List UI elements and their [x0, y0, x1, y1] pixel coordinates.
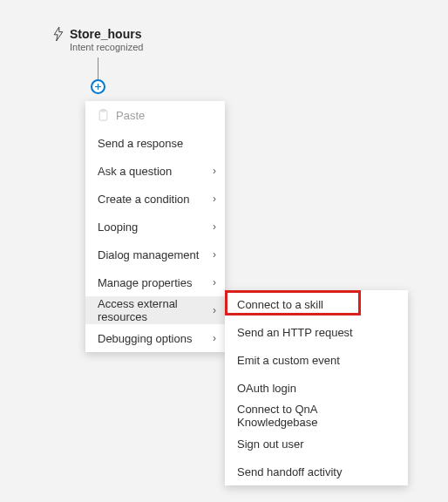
menu-item-label: Dialog management — [98, 248, 199, 261]
submenu-item[interactable]: Connect to a skill — [225, 290, 408, 318]
chevron-right-icon: › — [213, 165, 216, 177]
submenu-external-resources: Connect to a skillSend an HTTP requestEm… — [225, 290, 408, 485]
lightning-icon — [52, 27, 64, 41]
connector-line — [98, 58, 98, 80]
menu-item-label: Ask a question — [98, 165, 172, 178]
submenu-item[interactable]: Sign out user — [225, 430, 408, 458]
submenu-item-label: Emit a custom event — [237, 354, 340, 367]
submenu-item-label: Send an HTTP request — [237, 326, 353, 339]
menu-item[interactable]: Create a condition› — [85, 185, 225, 213]
chevron-right-icon: › — [213, 276, 216, 288]
submenu-item[interactable]: Send handoff activity — [225, 458, 408, 485]
menu-item[interactable]: Debugging options› — [85, 324, 225, 352]
menu-item[interactable]: Ask a question› — [85, 157, 225, 185]
submenu-item-label: Send handoff activity — [237, 465, 342, 478]
menu-item[interactable]: Manage properties› — [85, 268, 225, 296]
submenu-item-label: Sign out user — [237, 438, 304, 451]
chevron-right-icon: › — [213, 304, 216, 316]
trigger-subtitle: Intent recognized — [70, 42, 143, 52]
trigger-header: Store_hours — [52, 27, 143, 41]
clipboard-icon — [98, 109, 109, 121]
submenu-item[interactable]: OAuth login — [225, 374, 408, 402]
menu-item[interactable]: Looping› — [85, 213, 225, 241]
submenu-item[interactable]: Connect to QnA Knowledgebase — [225, 402, 408, 430]
chevron-right-icon: › — [213, 193, 216, 205]
submenu-item-label: Connect to a skill — [237, 298, 323, 311]
chevron-right-icon: › — [213, 332, 216, 344]
menu-item[interactable]: Access external resources› — [85, 296, 225, 324]
menu-item-label: Create a condition — [98, 193, 190, 206]
submenu-item-label: Connect to QnA Knowledgebase — [237, 403, 399, 429]
menu-item-paste[interactable]: Paste — [85, 101, 225, 129]
menu-item-label: Access external resources — [98, 297, 213, 323]
trigger-title: Store_hours — [70, 27, 141, 41]
menu-item[interactable]: Dialog management› — [85, 241, 225, 268]
menu-item[interactable]: Send a response — [85, 129, 225, 157]
submenu-item[interactable]: Emit a custom event — [225, 346, 408, 374]
context-menu: Paste Send a responseAsk a question›Crea… — [85, 101, 225, 352]
menu-item-label: Looping — [98, 220, 138, 234]
trigger-node[interactable]: Store_hours Intent recognized — [52, 27, 143, 52]
menu-item-label: Debugging options — [98, 332, 192, 345]
menu-item-label: Paste — [116, 109, 145, 122]
chevron-right-icon: › — [213, 248, 216, 261]
menu-item-label: Manage properties — [98, 276, 192, 289]
submenu-item[interactable]: Send an HTTP request — [225, 318, 408, 346]
submenu-item-label: OAuth login — [237, 382, 296, 395]
chevron-right-icon: › — [213, 220, 216, 233]
menu-item-label: Send a response — [98, 137, 183, 150]
add-action-button[interactable] — [91, 79, 105, 94]
